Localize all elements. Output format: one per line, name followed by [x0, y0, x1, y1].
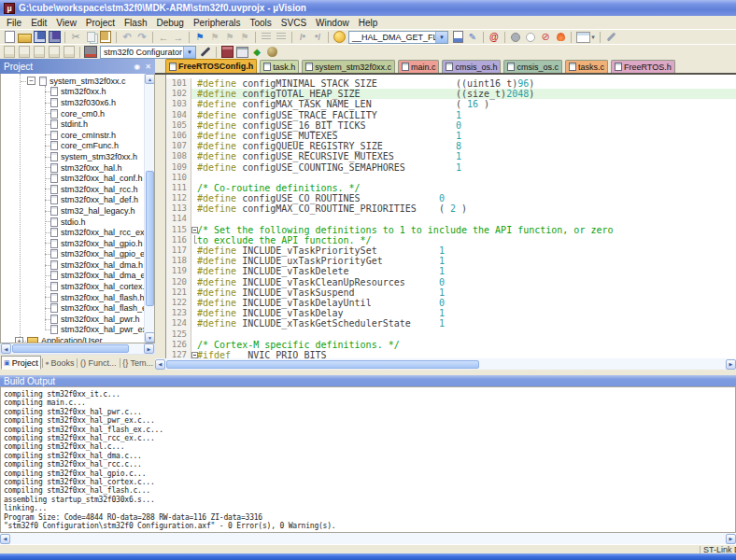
tab-FreeRTOSConfig.h[interactable]: FreeRTOSConfig.h — [165, 59, 257, 73]
bookmark-next-icon[interactable]: ⚑ — [222, 31, 237, 44]
tree-item[interactable]: +Application/User — [1, 335, 144, 343]
tree-item[interactable]: stm32_hal_legacy.h — [1, 205, 144, 217]
pack-installer-icon[interactable] — [264, 46, 279, 59]
paste-icon[interactable] — [98, 31, 113, 44]
manage-rte-icon[interactable] — [219, 46, 234, 59]
tree-item[interactable]: stm32f0xx_hal_pwr_ex.h — [1, 325, 144, 336]
tree-scroll-thumb[interactable] — [146, 171, 154, 306]
wrench-icon[interactable] — [603, 31, 618, 44]
run-time-env-icon[interactable]: ◆ — [249, 46, 264, 59]
panel-tab-project[interactable]: ▣Project — [1, 356, 41, 370]
scroll-left-icon[interactable]: ◀ — [155, 359, 165, 370]
tree-item[interactable]: stm32f0xx_hal_flash_ex.h — [1, 302, 144, 314]
batch-build-icon[interactable] — [47, 46, 62, 59]
target-options-icon[interactable] — [198, 46, 213, 59]
comment-block-icon[interactable]: /* — [295, 31, 310, 44]
tab-cmsis_os.c[interactable]: cmsis_os.c — [503, 60, 562, 73]
configuration-wizard-icon[interactable] — [332, 31, 347, 44]
translate-icon[interactable] — [2, 46, 17, 59]
collapse-icon[interactable]: − — [27, 77, 35, 85]
copy-icon[interactable] — [83, 31, 98, 44]
indent-icon[interactable] — [274, 31, 289, 44]
manage-items-icon[interactable] — [234, 46, 249, 59]
tree-item[interactable]: stm32f0xx_hal_rcc.h — [1, 184, 144, 195]
fold-collapse-icon[interactable] — [191, 352, 198, 358]
tree-item[interactable]: stm32f0xx_hal_def.h — [1, 195, 144, 206]
tree-item[interactable]: stdio.h — [1, 217, 144, 228]
panel-tab-funct[interactable]: () Funct... — [78, 356, 119, 370]
tree-item[interactable]: stm32f0xx_hal_dma.h — [1, 259, 144, 271]
tree-item[interactable]: −system_stm32f0xx.c — [1, 76, 144, 87]
bookmark-toggle-icon[interactable]: ⚑ — [192, 31, 207, 44]
menu-svcs[interactable]: SVCS — [276, 18, 311, 28]
tab-main.c[interactable]: main.c — [398, 60, 440, 73]
menu-flash[interactable]: Flash — [120, 18, 151, 28]
scroll-up-icon[interactable]: ▲ — [145, 74, 155, 84]
tree-item[interactable]: stm32f0xx_hal_dma_ex.h — [1, 271, 144, 282]
chevron-down-icon[interactable]: ▼ — [183, 47, 195, 58]
panel-tab-books[interactable]: ●Books — [43, 356, 76, 370]
bookmark-prev-icon[interactable]: ⚑ — [207, 31, 222, 44]
find-at-icon[interactable]: @ — [487, 31, 502, 44]
cut-icon[interactable]: ✂ — [68, 31, 83, 44]
tree-item[interactable]: stm32f0xx_hal_cortex.h — [1, 281, 144, 292]
build-icon[interactable] — [17, 46, 32, 59]
undo-icon[interactable]: ↶ — [120, 31, 134, 44]
pin-icon[interactable]: ◉ — [134, 63, 140, 71]
rebuild-icon[interactable] — [32, 46, 47, 59]
tree-item[interactable]: stm32f0xx_hal_conf.h — [1, 173, 144, 184]
scroll-right-icon[interactable]: ▶ — [144, 343, 154, 354]
memory-window-icon[interactable] — [574, 31, 597, 44]
save-icon[interactable] — [32, 31, 47, 44]
tree-item[interactable]: stm32f0xx_hal_flash.h — [1, 292, 144, 303]
tree-item[interactable]: stdint.h — [1, 119, 144, 130]
menu-edit[interactable]: Edit — [26, 18, 51, 28]
breakpoint-disable-all-icon[interactable]: ⊘ — [538, 31, 553, 44]
editor-hscroll-thumb[interactable] — [166, 360, 479, 369]
save-all-icon[interactable] — [47, 31, 62, 44]
bookmark-clear-all-icon[interactable]: ⚑ — [237, 31, 252, 44]
open-file-icon[interactable] — [17, 31, 32, 44]
target-combo[interactable]: stm32f0 Configurator▼ — [100, 46, 196, 59]
scroll-right-icon[interactable]: ▶ — [726, 359, 736, 370]
menu-debug[interactable]: Debug — [151, 18, 188, 28]
menu-help[interactable]: Help — [354, 18, 383, 28]
outdent-icon[interactable] — [259, 31, 274, 44]
stop-build-icon[interactable] — [62, 46, 77, 59]
tree-vertical-scrollbar[interactable]: ▲ ▼ — [144, 74, 154, 343]
breakpoint-kill-all-icon[interactable] — [553, 31, 568, 44]
scroll-left-icon[interactable]: ◀ — [1, 343, 11, 354]
navigate-forward-icon[interactable]: → — [171, 31, 186, 44]
tree-item[interactable]: stm32f0xx_hal_gpio_ex.h — [1, 249, 144, 260]
navigate-back-icon[interactable]: ← — [156, 31, 171, 44]
menu-project[interactable]: Project — [81, 18, 120, 28]
tree-item[interactable]: stm32f0xx_hal_gpio.h — [1, 238, 144, 249]
tree-item[interactable]: stm32f0xx.h — [1, 87, 144, 98]
new-file-icon[interactable] — [2, 31, 17, 44]
tree-item[interactable]: core_cm0.h — [1, 108, 144, 119]
tree-item[interactable]: stm32f0xx_hal.h — [1, 162, 144, 174]
load-flash-icon[interactable] — [83, 46, 98, 59]
tab-tasks.c[interactable]: tasks.c — [565, 60, 608, 73]
menu-view[interactable]: View — [51, 18, 81, 28]
tab-FreeRTOS.h[interactable]: FreeRTOS.h — [611, 60, 675, 73]
scroll-left-icon[interactable]: ◀ — [0, 534, 10, 544]
build-output-scrollbar[interactable]: ◀ ▶ — [0, 533, 736, 544]
scroll-down-icon[interactable]: ▼ — [145, 332, 155, 343]
scroll-right-icon[interactable]: ▶ — [726, 534, 736, 544]
tree-hscroll-thumb[interactable] — [12, 344, 129, 353]
fold-collapse-icon[interactable] — [191, 227, 198, 233]
panel-tab-tem[interactable]: {} Tem... — [120, 356, 155, 370]
menu-tools[interactable]: Tools — [246, 18, 276, 28]
tree-item[interactable]: core_cmFunc.h — [1, 141, 144, 152]
menu-window[interactable]: Window — [311, 18, 354, 28]
tree-item[interactable]: stm32f0xx_hal_rcc_ex.h — [1, 227, 144, 238]
close-icon[interactable]: ✕ — [145, 63, 151, 71]
incremental-find-icon[interactable]: ✎ — [465, 31, 480, 44]
build-output-log[interactable]: compiling stm32f0xx_it.c...compiling mai… — [0, 386, 736, 533]
tree-item[interactable]: stm32f0xx_hal_pwr.h — [1, 314, 144, 325]
breakpoint-insert-icon[interactable] — [508, 31, 523, 44]
menu-peripherals[interactable]: Peripherals — [189, 18, 246, 28]
breakpoint-toggle-icon[interactable] — [523, 31, 538, 44]
find-combo[interactable]: __HAL_DMA_GET_FL▼ — [348, 31, 448, 44]
